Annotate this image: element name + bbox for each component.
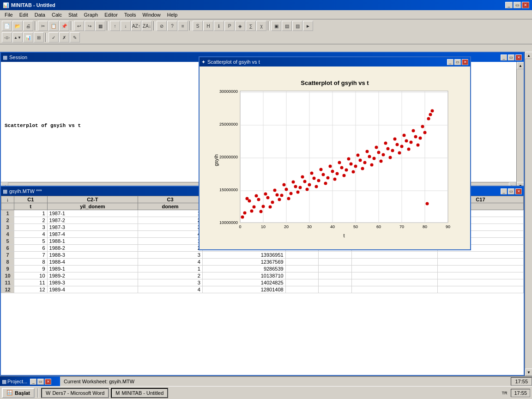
cell-c17[interactable] [437, 259, 523, 266]
menu-graph[interactable]: Graph [81, 11, 101, 18]
cell-c5[interactable] [285, 279, 319, 286]
cell-gsyih[interactable]: 10138710 [202, 272, 285, 279]
cell-donem[interactable]: 1 [138, 238, 203, 245]
cell-donem[interactable]: 1 [138, 210, 203, 217]
cell-yil[interactable]: 1988-3 [47, 252, 138, 259]
nav-btn[interactable]: ◈ [235, 21, 245, 31]
calc2-btn[interactable]: ∑ [246, 21, 256, 31]
proj-minimize[interactable]: _ [30, 379, 36, 385]
cell-t[interactable]: 10 [14, 272, 48, 279]
paste-btn[interactable]: 📌 [59, 21, 69, 31]
var-btn[interactable]: χ [256, 21, 266, 31]
close-button[interactable]: ✕ [522, 2, 529, 8]
col-sort-az[interactable]: AZ↑ [131, 21, 141, 31]
cell-t[interactable]: 5 [14, 238, 48, 245]
cell-t[interactable]: 3 [14, 224, 48, 231]
cell-t[interactable]: 9 [14, 266, 48, 272]
cell-t[interactable]: 2 [14, 217, 48, 224]
cell-yil[interactable]: 1987-2 [47, 217, 138, 224]
hist-btn[interactable]: H [203, 21, 213, 31]
cell-gsyih[interactable]: 12801408 [202, 286, 285, 293]
cell-t[interactable]: 4 [14, 231, 48, 238]
col4-btn[interactable]: ▤ [282, 21, 292, 31]
cell-c6[interactable] [319, 252, 352, 259]
data-minimize[interactable]: _ [501, 188, 507, 194]
cell-c5[interactable] [285, 252, 319, 259]
cell-c6[interactable] [319, 259, 352, 266]
tb2-3[interactable]: 📊 [23, 32, 33, 42]
worksheet-btn[interactable]: ▦ [95, 21, 105, 31]
cell-c5[interactable] [285, 259, 319, 266]
cell-gsyih[interactable]: 12367569 [202, 259, 285, 266]
cell-donem[interactable]: 4 [138, 286, 203, 293]
cell-c17[interactable] [437, 286, 523, 293]
taskbar-word[interactable]: W Ders7 - Microsoft Word [41, 388, 109, 398]
cell-t[interactable]: 12 [14, 286, 48, 293]
cell-c5[interactable] [285, 286, 319, 293]
scatter-close[interactable]: ✕ [462, 59, 468, 65]
minimize-button[interactable]: _ [505, 2, 513, 8]
main-scroll-down[interactable]: ▼ [525, 369, 532, 376]
cell-yil[interactable]: 1987-3 [47, 224, 138, 231]
cell-c6[interactable] [319, 279, 352, 286]
data-restore[interactable]: ▭ [508, 188, 514, 194]
cell-gsyih[interactable]: 13936951 [202, 252, 285, 259]
session-close[interactable]: ✕ [515, 54, 522, 60]
menu-window[interactable]: Window [140, 11, 163, 18]
menu-edit[interactable]: Edit [17, 11, 31, 18]
col3-btn[interactable]: ▣ [271, 21, 281, 31]
cmd-btn[interactable]: ≡ [178, 21, 188, 31]
cell-donem[interactable]: 2 [138, 272, 203, 279]
start-button[interactable]: 🪟 Başlat [2, 388, 35, 398]
col-up[interactable]: ↑ [110, 21, 120, 31]
copy-btn[interactable]: 📋 [48, 21, 59, 31]
cell-yil[interactable]: 1988-2 [47, 245, 138, 252]
session-minimize[interactable]: _ [501, 54, 507, 60]
cell-yil[interactable]: 1988-1 [47, 238, 138, 245]
cell-donem[interactable]: 4 [138, 259, 203, 266]
cell-donem[interactable]: 4 [138, 231, 203, 238]
col-sort-za[interactable]: ZA↓ [142, 21, 152, 31]
proj-restore[interactable]: ▭ [37, 379, 44, 385]
cell-donem[interactable]: 3 [138, 252, 203, 259]
menu-editor[interactable]: Editor [102, 11, 121, 18]
cell-t[interactable]: 8 [14, 259, 48, 266]
proj-close[interactable]: ✕ [45, 379, 51, 385]
cell-c17[interactable] [437, 279, 523, 286]
cell-yil[interactable]: 1989-3 [47, 279, 138, 286]
cell-donem[interactable]: 2 [138, 245, 203, 252]
cell-t[interactable]: 6 [14, 245, 48, 252]
stop-btn[interactable]: ⊘ [157, 21, 167, 31]
cell-c6[interactable] [319, 266, 352, 272]
cell-c6[interactable] [319, 272, 352, 279]
scatter-minimize[interactable]: _ [447, 59, 453, 65]
help-btn[interactable]: ? [167, 21, 177, 31]
cell-t[interactable]: 7 [14, 252, 48, 259]
tb2-4[interactable]: ⊞ [34, 32, 44, 42]
cell-yil[interactable]: 1989-1 [47, 266, 138, 272]
restore-button[interactable]: ▭ [514, 2, 521, 8]
print-btn[interactable]: 🖨 [23, 21, 33, 31]
cell-donem[interactable]: 2 [138, 217, 203, 224]
info-btn[interactable]: ℹ [214, 21, 224, 31]
cell-c17[interactable] [437, 252, 523, 259]
tb2-5[interactable]: ✓ [48, 32, 59, 42]
session-scrollbar[interactable]: ▲ ▼ [516, 62, 524, 189]
cell-t[interactable]: 11 [14, 279, 48, 286]
tb2-2[interactable]: ▲▼ [12, 32, 23, 42]
menu-help[interactable]: Help [164, 11, 181, 18]
cell-gsyih[interactable]: 9286539 [202, 266, 285, 272]
taskbar-minitab[interactable]: M MINITAB - Untitled [111, 388, 168, 398]
cell-gsyih[interactable]: 14024825 [202, 279, 285, 286]
tb2-6[interactable]: ✗ [59, 32, 69, 42]
new-btn[interactable]: 📄 [2, 21, 12, 31]
cell-donem[interactable]: 3 [138, 224, 203, 231]
main-scroll-up[interactable]: ▲ [525, 52, 532, 59]
cell-donem[interactable]: 3 [138, 279, 203, 286]
cell-c5[interactable] [285, 266, 319, 272]
tb2-7[interactable]: ✎ [70, 32, 80, 42]
session-btn[interactable]: S [193, 21, 203, 31]
menu-file[interactable]: File [2, 11, 16, 18]
session-restore[interactable]: ▭ [508, 54, 514, 60]
data-close[interactable]: ✕ [515, 188, 522, 194]
